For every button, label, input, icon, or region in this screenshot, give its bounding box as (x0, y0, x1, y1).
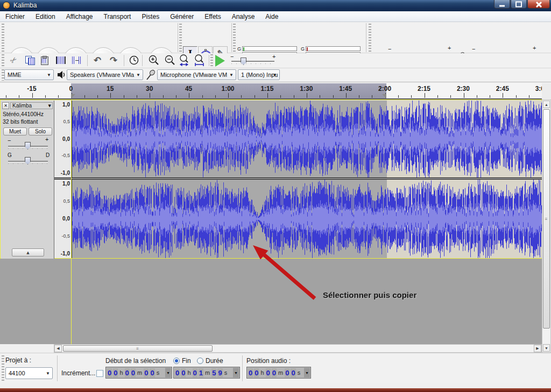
amplitude-label: 1,0 (62, 102, 70, 108)
input-channels-select[interactable]: 1 (Mono) Inpu▼ (238, 69, 280, 80)
time-digit[interactable]: 0 (291, 368, 295, 377)
input-device-select[interactable]: Microphone (VMware VM▼ (157, 69, 236, 80)
selection-end-radio[interactable] (173, 358, 180, 364)
time-digit[interactable]: 0 (193, 368, 197, 377)
time-digit[interactable]: 0 (150, 368, 154, 377)
meter-toolbar-grip[interactable] (233, 24, 236, 52)
paste-button[interactable] (38, 54, 52, 67)
zoom-in-button[interactable] (146, 54, 160, 67)
undo-button[interactable]: ↶ (90, 54, 104, 67)
time-digit[interactable]: 0 (131, 368, 136, 377)
time-digit[interactable]: 0 (144, 368, 149, 377)
transport-toolbar-grip[interactable] (2, 24, 4, 52)
timeline-tick (411, 95, 412, 98)
restore-button[interactable] (511, 0, 527, 9)
horizontal-scrollbar[interactable]: ◀ ≡ ▶ (54, 344, 542, 353)
copy-button[interactable] (23, 54, 37, 67)
audio-position-label: Position audio : (246, 357, 291, 365)
menu-affichage[interactable]: Affichage (61, 12, 98, 22)
zoom-in-icon (147, 54, 159, 66)
vertical-scrollbar[interactable]: ▲ ≡ ▼ (542, 99, 551, 353)
selection-end-timefield[interactable]: 00h01m59s▼ (173, 367, 240, 379)
time-digit[interactable]: 5 (211, 368, 216, 377)
scroll-down-button[interactable]: ▼ (543, 344, 550, 352)
mixer-toolbar-grip[interactable] (369, 24, 371, 52)
snap-to-checkbox[interactable] (96, 370, 103, 377)
waveform-left-channel[interactable] (72, 101, 542, 177)
time-digit[interactable]: 0 (285, 368, 289, 377)
audio-host-select[interactable]: MME▼ (4, 69, 54, 80)
scroll-down-icon: ▼ (545, 346, 548, 350)
trim-audio-button[interactable] (54, 54, 68, 67)
menu-pistes[interactable]: Pistes (136, 12, 165, 22)
timeline-tick (425, 93, 425, 98)
redo-button[interactable]: ↷ (107, 54, 121, 67)
time-digit[interactable]: 0 (175, 368, 180, 377)
track-name-menu[interactable]: Kalimba ▼ (10, 102, 53, 109)
time-digit[interactable]: 0 (254, 368, 259, 377)
time-digit[interactable]: 0 (248, 368, 253, 377)
menu-aide[interactable]: Aide (260, 12, 284, 22)
selection-start-grip[interactable] (71, 94, 75, 98)
amplitude-label: 0,5 (63, 119, 70, 124)
track-collapse-button[interactable]: ▲ (12, 248, 44, 256)
recording-meter-left-bar[interactable] (306, 46, 361, 51)
time-digit[interactable]: 1 (199, 368, 203, 377)
project-rate-select[interactable]: 44100▼ (5, 367, 53, 379)
time-digit[interactable]: 0 (125, 368, 130, 377)
timefield-dropdown[interactable]: ▼ (233, 368, 239, 377)
tools-toolbar-grip[interactable] (179, 24, 182, 52)
time-digit[interactable]: 0 (113, 368, 118, 377)
close-button[interactable] (527, 0, 550, 9)
fit-project-button[interactable] (193, 54, 207, 67)
toolbar-separator (142, 55, 143, 66)
selection-end-radio-label: Fin (182, 357, 191, 365)
pan-left-label: G (8, 152, 12, 158)
time-digit[interactable]: 0 (107, 368, 112, 377)
silence-audio-button[interactable] (70, 54, 84, 67)
amplitude-label: 0,5 (63, 198, 70, 204)
playback-meter-left-bar[interactable] (242, 46, 297, 51)
menu-transport[interactable]: Transport (98, 12, 137, 22)
track-close-button[interactable]: ✕ (2, 102, 9, 109)
sync-lock-button[interactable] (127, 54, 141, 67)
waveform-right-channel[interactable] (72, 180, 542, 258)
time-digit[interactable]: 0 (266, 368, 271, 377)
zoom-out-button[interactable] (163, 54, 176, 67)
menu-effets[interactable]: Effets (199, 12, 226, 22)
audio-position-timefield[interactable]: 00h00m00s▼ (246, 367, 311, 379)
selection-end-grip[interactable] (382, 94, 386, 98)
timeline-ruler[interactable]: -1501530451:001:151:301:452:002:152:302:… (0, 83, 551, 99)
menu-analyse[interactable]: Analyse (227, 12, 260, 22)
timefield-dropdown[interactable]: ▼ (304, 368, 310, 377)
menu-fichier[interactable]: Fichier (0, 12, 30, 22)
solo-button[interactable]: Solo (29, 127, 52, 136)
selection-toolbar-grip[interactable] (2, 355, 4, 381)
minimize-button[interactable] (494, 0, 510, 9)
vertical-scrollbar-thumb[interactable]: ≡ (543, 109, 550, 329)
play-at-speed-button[interactable] (215, 55, 225, 67)
menu-generer[interactable]: Générer (165, 12, 199, 22)
selection-length-radio[interactable] (197, 358, 203, 364)
menu-edition[interactable]: Edition (30, 12, 61, 22)
mute-button[interactable]: Muet (3, 127, 27, 136)
timeline-tick (110, 93, 111, 98)
time-digit[interactable]: 0 (181, 368, 186, 377)
title-bar[interactable]: Kalimba (0, 0, 551, 11)
selection-start-timefield[interactable]: 00h00m00s▼ (105, 367, 172, 379)
bottom-red-strip (0, 388, 551, 392)
horizontal-scrollbar-thumb[interactable]: ≡ (63, 345, 213, 352)
cut-button[interactable]: ✂ (6, 54, 20, 67)
time-digit[interactable]: 0 (272, 368, 277, 377)
play-speed-slider[interactable] (231, 61, 274, 62)
time-digit[interactable]: 9 (217, 368, 222, 377)
transcription-toolbar-grip[interactable] (210, 54, 213, 67)
timefield-dropdown[interactable]: ▼ (165, 368, 171, 377)
fit-selection-button[interactable] (178, 54, 192, 67)
scissors-icon: ✂ (8, 54, 19, 66)
output-device-select[interactable]: Speakers (VMware VMa▼ (67, 69, 143, 80)
edit-toolbar-grip[interactable] (2, 54, 4, 67)
scroll-right-button[interactable]: ▶ (534, 345, 541, 352)
scroll-up-button[interactable]: ▲ (543, 101, 550, 108)
scroll-left-button[interactable]: ◀ (54, 345, 62, 352)
